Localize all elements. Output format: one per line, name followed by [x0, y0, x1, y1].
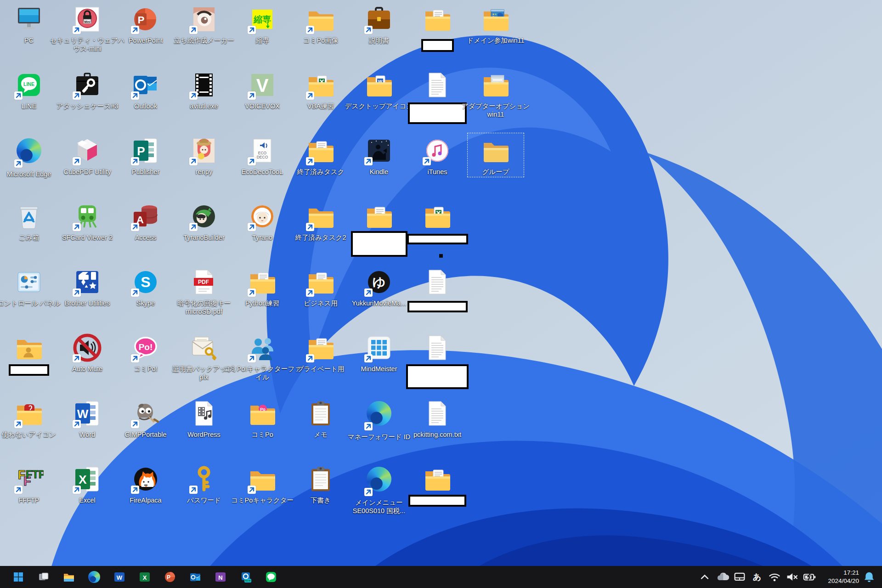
excel-button[interactable]: X [136, 568, 154, 586]
desktop-icon-comipo-images[interactable]: コミPo画像 [299, 5, 343, 45]
desktop-icon-word[interactable]: WWord [65, 399, 109, 439]
desktop-icon-publisher[interactable]: PPublisher [124, 136, 168, 176]
desktop-icon-password-key[interactable]: パスワード [182, 464, 226, 504]
powerpoint-button[interactable]: P [161, 568, 179, 586]
onenote-button[interactable]: N [211, 568, 230, 586]
shortcut-overlay-icon [364, 422, 373, 430]
desktop-icon-recovery-key-pdf[interactable]: PDF暗号化の回復キー microSD.pdf [182, 267, 226, 316]
desktop-icon-kindle[interactable]: Kindle [357, 136, 401, 176]
desktop-icon-wordpress[interactable]: WordPress [182, 399, 226, 439]
desktop-icon-sfcard-viewer-2[interactable]: SFCard Viewer 2 [65, 202, 109, 242]
desktop-icon-redacted-folder-3[interactable] [415, 202, 459, 231]
desktop-icon-recycle-bin[interactable]: ごみ箱 [7, 202, 51, 242]
desktop-icon-yukkuri-movie-maker[interactable]: ゆYukkuriMovieMa... [357, 267, 401, 307]
desktop-icon-finished-tasks-2[interactable]: 終了済みタスク2 [299, 202, 343, 242]
redacted-label [406, 364, 469, 389]
pfx-icon [189, 333, 219, 362]
outlook-new-button[interactable]: NEW [237, 568, 255, 586]
desktop-icon-comipo-character-file[interactable]: コミPo!キャラクターファ イル [240, 333, 284, 381]
desktop-icon-itunes[interactable]: iTunes [415, 136, 459, 176]
desktop-icon-redacted-doc-1[interactable] [415, 70, 459, 100]
desktop-icon-manual[interactable]: 説明書 [357, 5, 401, 45]
desktop-icon-ffftp[interactable]: FFFTPFFFTP [7, 464, 51, 504]
tray-chevron-up-icon[interactable] [697, 568, 712, 586]
desktop-icon-pckitting-txt[interactable]: pckitting.com.txt [415, 399, 459, 439]
desktop-icon-voicevox[interactable]: VVOICEVOX [240, 70, 284, 110]
desktop-icon-vba-practice[interactable]: VBA練習 [299, 70, 343, 110]
desktop-icon-certificate-backup-pfx[interactable]: 証明書バックアップ. pfx [182, 333, 226, 381]
desktop-icon-redacted-doc-2[interactable] [415, 267, 459, 297]
start-button[interactable] [9, 568, 28, 586]
file-explorer-button[interactable] [60, 568, 78, 586]
wifi-icon[interactable] [767, 568, 782, 586]
desktop-icon-control-panel[interactable]: コントロール パネル [7, 267, 51, 307]
desktop-icon-redacted-user-folder[interactable] [7, 333, 51, 362]
desktop-icon-comipo-folder[interactable]: PoコミPo [240, 399, 284, 439]
desktop-icon-powerpoint[interactable]: PPowerPoint [124, 5, 168, 45]
desktop-icon-group-folder[interactable]: グループ [474, 136, 518, 176]
onedrive-icon[interactable] [715, 568, 729, 586]
media-icon [189, 399, 219, 428]
desktop-icon-microsoft-edge[interactable]: Microsoft Edge [7, 136, 51, 178]
taskbar-clock[interactable]: 17:21 2024/04/20 [820, 569, 859, 585]
ime-ja-indicator[interactable]: あ [750, 568, 764, 586]
desktop-icon-python-practice[interactable]: Python練習 [240, 267, 284, 307]
desktop-icon-attachecase-3[interactable]: アタッシェケース#3 [65, 70, 109, 110]
desktop-icon-draft[interactable]: 下書き [299, 464, 343, 504]
desktop-icon-tyrano[interactable]: Tyrano [240, 202, 284, 242]
desktop-icon-cubepdf-utility[interactable]: CubePDF Utility [65, 136, 109, 176]
folder-red-icon [14, 399, 44, 428]
line-button[interactable] [262, 568, 280, 586]
desktop-icon-redacted-folder-4[interactable] [415, 464, 459, 494]
desktop-icon-comipo-app[interactable]: Po!コミPo! [124, 333, 168, 373]
touch-keyboard-icon[interactable] [732, 568, 747, 586]
yukkuri-icon: ゆ [364, 267, 394, 297]
desktop-icon-redacted-doc-3[interactable] [415, 333, 459, 362]
notification-bell-icon[interactable] [862, 568, 876, 586]
desktop-icon-security-warehouse-mini[interactable]: Miniセキュリティ・ウェアハウス-mini [65, 5, 109, 53]
desktop-icon-renpy[interactable]: renpy [182, 136, 226, 176]
desktop-icon-brother-utilities[interactable]: Brother Utilities [65, 267, 109, 307]
desktop-icon-line[interactable]: LINELINE [7, 70, 51, 110]
task-view-button[interactable] [34, 568, 53, 586]
desktop-icon-desktop-icons-folder[interactable]: Wデスクトップアイコン [357, 70, 401, 110]
battery-charging-icon[interactable] [802, 568, 817, 586]
shortcut-overlay-icon [131, 223, 139, 231]
comipo-icon: Po! [131, 333, 160, 362]
desktop-icon-ecodecotool[interactable]: ECODECOEcoDecoTooL [240, 136, 284, 176]
desktop-icon-firealpaca[interactable]: FireAlpaca [124, 464, 168, 504]
desktop-icon-access[interactable]: AAccess [124, 202, 168, 242]
desktop-icon-mindmeister[interactable]: MindMeister [357, 333, 401, 373]
svg-text:Po!: Po! [139, 342, 153, 352]
desktop-icon-pc[interactable]: PC [7, 5, 51, 45]
volume-muted-icon[interactable] [785, 568, 799, 586]
desktop-icon-adapter-options-win11[interactable]: アダプターオプション win11 [474, 70, 518, 119]
desktop-icon-tachie-maker[interactable]: 立ち絵作成メーカー [182, 5, 226, 45]
desktop-icon-shukusen[interactable]: 縮専縮専 [240, 5, 284, 45]
desktop-icon-auto-mute[interactable]: Auto Mute [65, 333, 109, 373]
desktop-icon-memo[interactable]: メモ [299, 399, 343, 439]
edge-button[interactable] [85, 568, 103, 586]
desktop-icon-main-menu-kokuzei[interactable]: メインメニュー SE00S010 国税... [357, 464, 401, 515]
desktop-icon-aviutl[interactable]: aviutl.exe [182, 70, 226, 110]
desktop-icon-business-folder[interactable]: ビジネス用 [299, 267, 343, 307]
desktop-icon-gimp-portable[interactable]: GIMPPortable [124, 399, 168, 439]
document-icon [423, 70, 452, 100]
desktop-icon-finished-tasks[interactable]: 終了済みタスク [299, 136, 343, 176]
desktop-icon-tyranobuilder[interactable]: TyranoBuilder [182, 202, 226, 242]
desktop-icon-skype[interactable]: SSkype [124, 267, 168, 307]
word-button[interactable]: W [110, 568, 129, 586]
desktop-icon-redacted-folder-2[interactable] [357, 202, 401, 231]
desktop-icon-private-folder[interactable]: プライベート用 [299, 333, 343, 373]
desktop-icon-outlook[interactable]: Outlook [124, 70, 168, 110]
desktop-icon-moneyforward-id[interactable]: マネーフォワード ID [357, 399, 401, 441]
folder-excel-icon [306, 70, 335, 100]
desktop-icon-domain-join-win11[interactable]: ドメイン参加win11 [474, 5, 518, 45]
desktop-icon-unused-icons[interactable]: 使わないアイコン [7, 399, 51, 439]
folder-icon [248, 464, 277, 494]
desktop-icon-excel[interactable]: XExcel [65, 464, 109, 504]
outlook-button[interactable] [186, 568, 204, 586]
shortcut-overlay-icon [364, 354, 373, 362]
desktop-icon-redacted-folder-1[interactable] [415, 5, 459, 34]
desktop-icon-comipo-character[interactable]: コミPoキャラクター [240, 464, 284, 504]
